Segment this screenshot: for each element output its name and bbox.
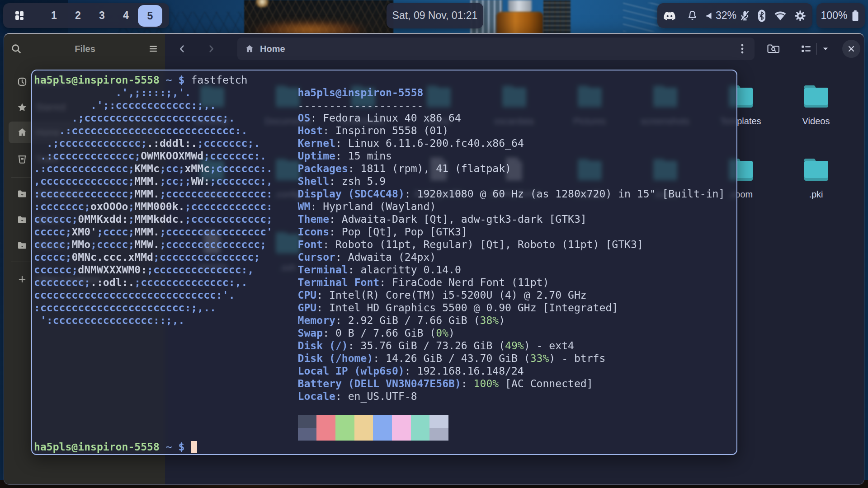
terminal-row: cccccccc;.:odl:.;cccccccccccccc:,. Termi… <box>34 276 725 289</box>
launcher-icon[interactable] <box>15 11 24 20</box>
terminal-row: .:ccccccccccccc;OWMKOOXMWd;ccccccc:. Upt… <box>34 150 725 162</box>
caret-down-icon[interactable] <box>821 45 830 53</box>
file-item-videos[interactable]: Videos <box>782 83 850 127</box>
terminal-row: .;cccccccccccccccccccccc;. OS: Fedora Li… <box>34 112 725 124</box>
terminal-row <box>34 428 725 441</box>
workspace-2[interactable]: 2 <box>66 9 90 22</box>
terminal-row: cccccc;dNMWXXXWM0:;cccccccccccccc:, Term… <box>34 263 725 276</box>
workspace-3[interactable]: 3 <box>90 9 114 22</box>
palette-block-2 <box>335 428 354 441</box>
workspace-4[interactable]: 4 <box>114 9 138 22</box>
divider <box>816 43 817 55</box>
palette-block-4 <box>373 428 392 441</box>
terminal-row: ha5pls@inspiron-5558 ~ $ <box>34 441 725 453</box>
clock-pill[interactable]: Sat, 09 Nov, 01:21 <box>387 3 483 28</box>
workspaces-pill: 12345 <box>3 3 169 28</box>
folder-icon <box>802 83 830 109</box>
terminal-cursor <box>191 441 197 453</box>
terminal-row: ,cccccccccccccc;MMM.;cc;;WW:;ccccccc:, S… <box>34 175 725 188</box>
wallpaper-lamp <box>254 0 270 7</box>
terminal-row: :cccccccccccccc;MMM.;cccccccccccccccc: D… <box>34 188 725 200</box>
battery-level: 100% <box>821 9 848 22</box>
palette-block-1 <box>316 415 335 428</box>
palette-block-5 <box>392 415 411 428</box>
star-icon <box>17 102 28 113</box>
terminal-row: :ccccccccccccccccccccccc:;,.. GPU: Intel… <box>34 301 725 314</box>
toolbar-right <box>767 40 861 58</box>
palette-block-3 <box>354 428 373 441</box>
wallpaper-tower <box>543 0 571 35</box>
toolbar: Home <box>165 34 864 64</box>
view-toggle[interactable] <box>800 43 830 55</box>
wifi-icon[interactable] <box>773 10 788 22</box>
palette-block-6 <box>411 428 430 441</box>
palette-block-4 <box>373 415 392 428</box>
workspaces: 12345 <box>42 5 162 27</box>
palette-block-3 <box>354 415 373 428</box>
palette-block-5 <box>392 428 411 441</box>
list-view-icon[interactable] <box>800 43 812 55</box>
search-icon[interactable] <box>10 43 22 55</box>
terminal-row: ccccc;MMo;ccccc;MMW.;ccccccccccccccc; Fo… <box>34 238 725 251</box>
terminal-row: Locale: en_US.UTF-8 <box>34 390 725 403</box>
workspace-5[interactable]: 5 <box>138 5 162 27</box>
workspace-1[interactable]: 1 <box>42 9 66 22</box>
clock: Sat, 09 Nov, 01:21 <box>392 9 478 22</box>
folder-icon <box>17 188 28 199</box>
terminal-window[interactable]: ha5pls@inspiron-5558 ~ $ fastfetch .',;:… <box>31 70 737 455</box>
terminal-row <box>34 403 725 415</box>
close-icon[interactable] <box>842 40 860 58</box>
nav-back-button[interactable] <box>173 40 191 58</box>
kebab-icon[interactable] <box>737 43 747 55</box>
terminal-row: .';:cccccccccccc:;,. -------------------… <box>34 99 725 112</box>
menu-icon[interactable] <box>148 43 159 54</box>
app-title: Files <box>22 44 148 54</box>
mic-muted-icon[interactable] <box>739 9 751 22</box>
terminal-row: .:ccccccccccccc;KMMc;cc;xMMc;ccccccc:. P… <box>34 162 725 175</box>
terminal-row: ccccccccccccccccccccccccccccc:'. CPU: In… <box>34 289 725 301</box>
terminal-row: Disk (/home): 14.26 GiB / 43.70 GiB (33%… <box>34 352 725 365</box>
folder-icon <box>17 214 28 225</box>
breadcrumb: Home <box>260 44 285 54</box>
terminal-row: ha5pls@inspiron-5558 ~ $ fastfetch <box>34 74 725 86</box>
plus-icon <box>17 274 28 285</box>
gear-icon[interactable] <box>794 9 807 22</box>
files-headerbar: Files Home <box>4 34 864 64</box>
nav-forward-button[interactable] <box>202 40 220 58</box>
folder-search-icon[interactable] <box>767 43 780 55</box>
palette-block-0 <box>298 428 317 441</box>
terminal-row <box>34 415 725 428</box>
terminal-row: Disk (/): 35.76 GiB / 73.26 GiB (49%) - … <box>34 339 725 352</box>
wallpaper-rocket <box>508 0 532 13</box>
palette-block-7 <box>429 428 448 441</box>
folder-icon <box>17 240 28 251</box>
path-bar[interactable]: Home <box>237 38 755 60</box>
file-item-label: .pki <box>809 189 823 200</box>
folder-icon <box>802 156 830 183</box>
bell-icon[interactable] <box>686 9 698 22</box>
bluetooth-icon[interactable] <box>757 9 767 23</box>
file-item-label: Videos <box>802 116 830 127</box>
file-item--pki[interactable]: .pki <box>782 156 850 200</box>
terminal-row: ccccc;0MNc.ccc.xMMd;ccccccccccccccc; Cur… <box>34 251 725 263</box>
trash-icon <box>17 154 28 164</box>
battery-icon <box>850 9 860 23</box>
tray-pill: 32% <box>657 3 812 28</box>
volume-icon[interactable] <box>704 11 714 21</box>
terminal-row: .;ccccccccccccc;.:dddl:.;ccccccc;. Kerne… <box>34 137 725 150</box>
terminal-row: .',;::::;,'. ha5pls@inspiron-5558 <box>34 86 725 99</box>
discord-icon[interactable] <box>663 9 676 23</box>
terminal-row: .:cccccccccccccccccccccccccc:. Host: Ins… <box>34 124 725 137</box>
terminal-row: Swap: 0 B / 7.66 GiB (0%) <box>34 327 725 339</box>
volume-level: 32% <box>716 9 736 22</box>
palette-block-1 <box>316 428 335 441</box>
palette-block-2 <box>335 415 354 428</box>
terminal-content: ha5pls@inspiron-5558 ~ $ fastfetch .',;:… <box>34 74 725 453</box>
terminal-row: Local IP (wlp6s0): 192.168.16.148/24 <box>34 365 725 377</box>
terminal-row: ccccc;XM0';cccc;MMM.;cccccccccccccccc' I… <box>34 225 725 238</box>
palette-block-7 <box>429 415 448 428</box>
palette-block-0 <box>298 415 317 428</box>
terminal-row: ':cccccccccccccccc::;,. Memory: 2.92 GiB… <box>34 314 725 327</box>
home-icon <box>17 127 28 138</box>
terminal-row: cccccc;0MMKxdd:;MMMkddc.;cccccccccccc; T… <box>34 213 725 225</box>
